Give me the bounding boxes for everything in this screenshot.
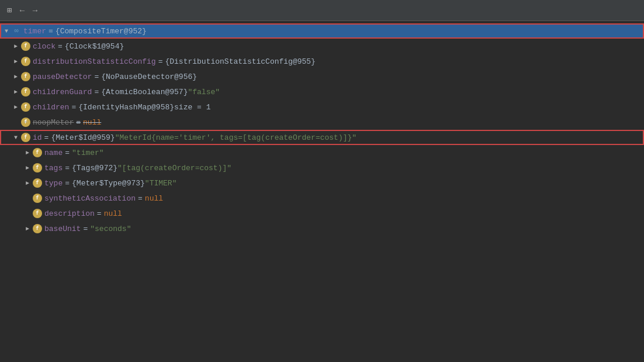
row-timer[interactable]: ∞timer = {CompositeTimer@952} <box>0 23 644 39</box>
row-children[interactable]: fchildren = {IdentityHashMap@958} size =… <box>0 99 644 115</box>
row-description-null-value: null <box>104 209 122 218</box>
toolbar: ⊞ ← → <box>0 0 644 21</box>
row-tags[interactable]: ftags = {Tags@972} "[tag(createOrder=cos… <box>0 160 644 175</box>
row-noopMeter-null-value: null <box>83 118 101 127</box>
row-pauseDetector-arrow[interactable] <box>12 73 20 81</box>
row-baseUnit-key: baseUnit <box>44 225 81 233</box>
row-type-refclass: {Meter$Type@973} <box>72 179 145 188</box>
row-children-refclass: {IdentityHashMap@958} <box>78 103 174 112</box>
row-childrenGuard[interactable]: fchildrenGuard = {AtomicBoolean@957} "fa… <box>0 84 644 99</box>
row-description-field-icon: f <box>33 209 42 218</box>
row-children-key: children <box>33 103 69 112</box>
row-childrenGuard-equals: = <box>94 88 99 96</box>
row-syntheticAssociation-key: syntheticAssociation <box>44 194 136 203</box>
row-children-size-value: size = 1 <box>174 103 210 112</box>
row-timer-infinity-icon: ∞ <box>12 26 21 36</box>
row-tags-key: tags <box>44 164 63 173</box>
tree-container: ∞timer = {CompositeTimer@952} fclock = {… <box>0 21 644 239</box>
row-childrenGuard-key: childrenGuard <box>33 88 92 96</box>
row-timer-refclass: {CompositeTimer@952} <box>56 27 147 36</box>
row-id-refclass: {Meter$Id@959} <box>51 133 115 142</box>
row-name[interactable]: fname = "timer" <box>0 145 644 160</box>
row-type-arrow[interactable] <box>23 179 32 187</box>
row-childrenGuard-arrow[interactable] <box>12 88 20 96</box>
row-description-key: description <box>44 209 95 218</box>
row-baseUnit-equals: = <box>83 225 88 233</box>
row-pauseDetector-key: pauseDetector <box>33 73 92 81</box>
row-baseUnit-field-icon: f <box>33 224 42 233</box>
row-clock-refclass: {Clock$1@954} <box>65 42 124 51</box>
row-distributionStatisticConfig[interactable]: fdistributionStatisticConfig = {Distribu… <box>0 54 644 69</box>
row-children-arrow[interactable] <box>12 103 20 111</box>
row-syntheticAssociation-arrow[interactable] <box>23 194 32 202</box>
row-noopMeter-arrow[interactable] <box>12 118 20 126</box>
back-icon[interactable]: ← <box>18 6 27 15</box>
row-id-key: id <box>33 133 42 142</box>
row-name-key: name <box>44 149 63 157</box>
row-tags-string-value: "[tag(createOrder=cost)]" <box>117 164 231 173</box>
row-timer-key: timer <box>23 27 46 36</box>
row-noopMeter-equals: = <box>76 118 81 127</box>
row-children-equals: = <box>71 103 76 112</box>
row-id-arrow[interactable] <box>12 133 20 142</box>
row-name-equals: = <box>65 149 70 157</box>
row-tags-refclass: {Tags@972} <box>72 164 117 173</box>
row-tags-field-icon: f <box>33 163 42 173</box>
row-timer-equals: = <box>49 27 53 36</box>
row-childrenGuard-string-value: "false" <box>188 88 220 96</box>
row-name-arrow[interactable] <box>23 149 32 157</box>
row-clock-arrow[interactable] <box>12 42 20 50</box>
row-baseUnit-arrow[interactable] <box>23 225 32 233</box>
row-clock-equals: = <box>58 42 63 51</box>
row-description-arrow[interactable] <box>23 209 32 218</box>
row-pauseDetector-refclass: {NoPauseDetector@956} <box>101 73 197 81</box>
row-distributionStatisticConfig-arrow[interactable] <box>12 57 20 65</box>
row-syntheticAssociation[interactable]: fsyntheticAssociation = null <box>0 191 644 206</box>
row-type-field-icon: f <box>33 178 42 188</box>
row-id[interactable]: fid = {Meter$Id@959} "MeterId{name='time… <box>0 130 644 145</box>
row-type[interactable]: ftype = {Meter$Type@973} "TIMER" <box>0 175 644 191</box>
row-noopMeter[interactable]: fnoopMeter = null <box>0 115 644 130</box>
row-type-key: type <box>44 179 63 188</box>
row-distributionStatisticConfig-key: distributionStatisticConfig <box>33 57 156 66</box>
row-syntheticAssociation-field-icon: f <box>33 194 42 203</box>
row-id-field-icon: f <box>21 133 30 142</box>
row-noopMeter-key: noopMeter <box>33 118 74 127</box>
row-name-string-value: "timer" <box>72 149 104 157</box>
row-pauseDetector[interactable]: fpauseDetector = {NoPauseDetector@956} <box>0 69 644 84</box>
row-id-string-value: "MeterId{name='timer', tags=[tag(createO… <box>115 133 356 142</box>
row-description-equals: = <box>97 209 102 218</box>
row-baseUnit[interactable]: fbaseUnit = "seconds" <box>0 221 644 236</box>
row-baseUnit-string-value: "seconds" <box>90 225 131 233</box>
row-name-field-icon: f <box>33 148 42 157</box>
row-distributionStatisticConfig-field-icon: f <box>21 57 30 66</box>
row-noopMeter-field-icon: f <box>21 118 30 127</box>
row-syntheticAssociation-null-value: null <box>145 194 163 203</box>
row-description[interactable]: fdescription = null <box>0 206 644 221</box>
row-syntheticAssociation-equals: = <box>138 194 143 203</box>
row-clock[interactable]: fclock = {Clock$1@954} <box>0 39 644 54</box>
row-pauseDetector-equals: = <box>94 73 99 81</box>
row-clock-field-icon: f <box>21 42 30 51</box>
row-pauseDetector-field-icon: f <box>21 72 30 81</box>
grid-icon[interactable]: ⊞ <box>5 6 14 15</box>
row-type-equals: = <box>65 179 70 188</box>
forward-icon[interactable]: → <box>30 6 40 15</box>
row-type-string-value: "TIMER" <box>145 179 177 188</box>
row-timer-arrow[interactable] <box>2 27 11 35</box>
row-tags-arrow[interactable] <box>23 164 32 172</box>
row-distributionStatisticConfig-equals: = <box>158 57 163 66</box>
row-id-equals: = <box>44 133 49 142</box>
row-tags-equals: = <box>65 164 70 173</box>
row-clock-key: clock <box>33 42 56 51</box>
row-children-field-icon: f <box>21 102 30 112</box>
row-distributionStatisticConfig-refclass: {DistributionStatisticConfig@955} <box>165 57 315 66</box>
row-childrenGuard-refclass: {AtomicBoolean@957} <box>101 88 188 96</box>
row-childrenGuard-field-icon: f <box>21 87 30 96</box>
